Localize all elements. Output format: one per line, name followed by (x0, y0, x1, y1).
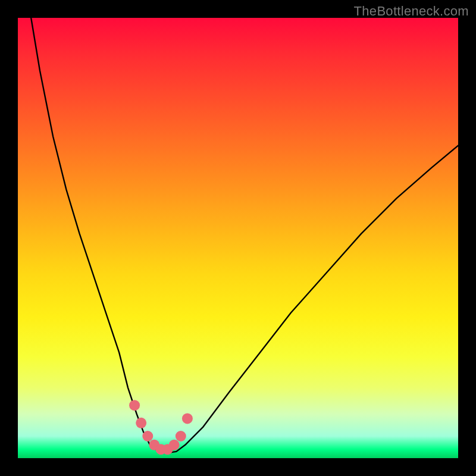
watermark-text: TheBottleneck.com (354, 4, 469, 19)
highlight-point (136, 418, 146, 428)
highlight-point (142, 431, 153, 441)
highlight-point (169, 440, 180, 450)
plot-area (18, 18, 458, 458)
bottleneck-curve (31, 18, 458, 453)
highlight-point (176, 431, 186, 441)
chart-svg (18, 18, 458, 458)
highlight-point (129, 400, 140, 411)
highlight-point (182, 413, 193, 424)
chart-frame: TheBottleneck.com (0, 0, 476, 476)
